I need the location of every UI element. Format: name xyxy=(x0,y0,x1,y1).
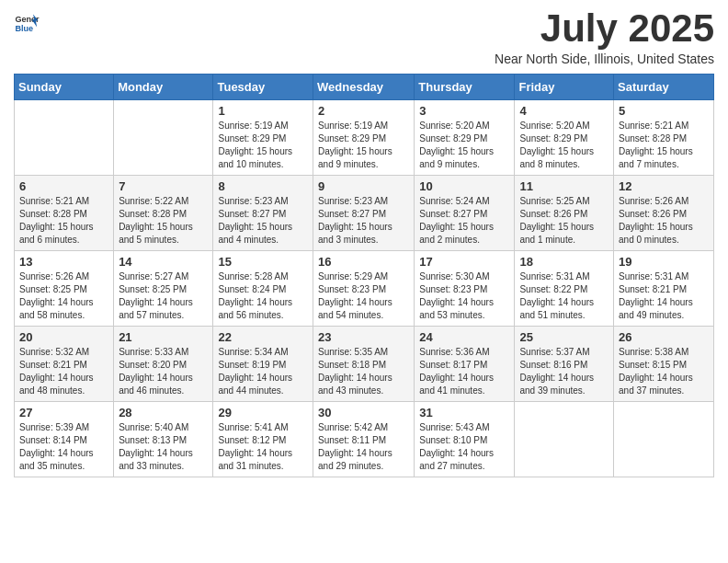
weekday-header-monday: Monday xyxy=(114,75,213,100)
day-info: Sunrise: 5:21 AM Sunset: 8:28 PM Dayligh… xyxy=(19,195,108,247)
weekday-header-wednesday: Wednesday xyxy=(313,75,415,100)
calendar-cell: 23Sunrise: 5:35 AM Sunset: 8:18 PM Dayli… xyxy=(313,327,415,402)
day-number: 1 xyxy=(218,104,308,118)
day-number: 27 xyxy=(19,406,108,419)
calendar-cell: 7Sunrise: 5:22 AM Sunset: 8:28 PM Daylig… xyxy=(114,176,213,251)
day-number: 26 xyxy=(619,330,709,344)
calendar-cell: 9Sunrise: 5:23 AM Sunset: 8:27 PM Daylig… xyxy=(313,176,415,251)
day-number: 24 xyxy=(419,330,509,344)
calendar-cell: 19Sunrise: 5:31 AM Sunset: 8:21 PM Dayli… xyxy=(614,251,714,327)
location-title: Near North Side, Illinois, United States xyxy=(495,52,714,66)
calendar-cell: 17Sunrise: 5:30 AM Sunset: 8:23 PM Dayli… xyxy=(415,251,515,327)
calendar-week-row: 20Sunrise: 5:32 AM Sunset: 8:21 PM Dayli… xyxy=(15,327,714,402)
calendar-cell: 2Sunrise: 5:19 AM Sunset: 8:29 PM Daylig… xyxy=(313,100,415,176)
calendar-cell: 30Sunrise: 5:42 AM Sunset: 8:11 PM Dayli… xyxy=(313,402,415,477)
day-info: Sunrise: 5:26 AM Sunset: 8:26 PM Dayligh… xyxy=(619,195,709,247)
day-info: Sunrise: 5:43 AM Sunset: 8:10 PM Dayligh… xyxy=(419,421,509,473)
calendar-week-row: 6Sunrise: 5:21 AM Sunset: 8:28 PM Daylig… xyxy=(15,176,714,251)
day-info: Sunrise: 5:25 AM Sunset: 8:26 PM Dayligh… xyxy=(519,195,609,247)
day-info: Sunrise: 5:41 AM Sunset: 8:12 PM Dayligh… xyxy=(218,421,308,473)
weekday-header-friday: Friday xyxy=(515,75,614,100)
day-info: Sunrise: 5:20 AM Sunset: 8:29 PM Dayligh… xyxy=(519,120,609,171)
day-info: Sunrise: 5:23 AM Sunset: 8:27 PM Dayligh… xyxy=(218,195,308,247)
day-info: Sunrise: 5:34 AM Sunset: 8:19 PM Dayligh… xyxy=(218,346,308,397)
day-info: Sunrise: 5:19 AM Sunset: 8:29 PM Dayligh… xyxy=(218,120,308,171)
day-number: 19 xyxy=(619,255,709,269)
day-info: Sunrise: 5:36 AM Sunset: 8:17 PM Dayligh… xyxy=(419,346,509,397)
calendar-cell: 22Sunrise: 5:34 AM Sunset: 8:19 PM Dayli… xyxy=(213,327,313,402)
day-info: Sunrise: 5:39 AM Sunset: 8:14 PM Dayligh… xyxy=(19,421,108,473)
calendar-cell: 14Sunrise: 5:27 AM Sunset: 8:25 PM Dayli… xyxy=(114,251,213,327)
day-info: Sunrise: 5:24 AM Sunset: 8:27 PM Dayligh… xyxy=(419,195,509,247)
day-info: Sunrise: 5:32 AM Sunset: 8:21 PM Dayligh… xyxy=(19,346,108,397)
day-info: Sunrise: 5:33 AM Sunset: 8:20 PM Dayligh… xyxy=(119,346,208,397)
day-number: 6 xyxy=(19,179,108,193)
calendar-cell: 10Sunrise: 5:24 AM Sunset: 8:27 PM Dayli… xyxy=(415,176,515,251)
calendar-cell: 13Sunrise: 5:26 AM Sunset: 8:25 PM Dayli… xyxy=(15,251,114,327)
day-info: Sunrise: 5:31 AM Sunset: 8:22 PM Dayligh… xyxy=(519,270,609,322)
day-info: Sunrise: 5:19 AM Sunset: 8:29 PM Dayligh… xyxy=(318,120,409,171)
day-number: 7 xyxy=(119,179,208,193)
day-number: 18 xyxy=(519,255,609,269)
calendar-cell: 5Sunrise: 5:21 AM Sunset: 8:28 PM Daylig… xyxy=(614,100,714,176)
calendar-cell xyxy=(15,100,114,176)
day-info: Sunrise: 5:35 AM Sunset: 8:18 PM Dayligh… xyxy=(318,346,409,397)
day-info: Sunrise: 5:38 AM Sunset: 8:15 PM Dayligh… xyxy=(619,346,709,397)
calendar-cell xyxy=(114,100,213,176)
calendar-cell: 25Sunrise: 5:37 AM Sunset: 8:16 PM Dayli… xyxy=(515,327,614,402)
day-number: 13 xyxy=(19,255,108,269)
day-number: 31 xyxy=(419,406,509,419)
day-number: 3 xyxy=(419,104,509,118)
calendar-cell xyxy=(515,402,614,477)
day-number: 25 xyxy=(519,330,609,344)
weekday-header-thursday: Thursday xyxy=(415,75,515,100)
calendar-cell: 15Sunrise: 5:28 AM Sunset: 8:24 PM Dayli… xyxy=(213,251,313,327)
day-info: Sunrise: 5:27 AM Sunset: 8:25 PM Dayligh… xyxy=(119,270,208,322)
day-number: 15 xyxy=(218,255,308,269)
day-info: Sunrise: 5:29 AM Sunset: 8:23 PM Dayligh… xyxy=(318,270,409,322)
calendar-cell: 26Sunrise: 5:38 AM Sunset: 8:15 PM Dayli… xyxy=(614,327,714,402)
day-info: Sunrise: 5:20 AM Sunset: 8:29 PM Dayligh… xyxy=(419,120,509,171)
calendar-week-row: 13Sunrise: 5:26 AM Sunset: 8:25 PM Dayli… xyxy=(15,251,714,327)
calendar-cell: 18Sunrise: 5:31 AM Sunset: 8:22 PM Dayli… xyxy=(515,251,614,327)
calendar-cell: 11Sunrise: 5:25 AM Sunset: 8:26 PM Dayli… xyxy=(515,176,614,251)
calendar-cell: 6Sunrise: 5:21 AM Sunset: 8:28 PM Daylig… xyxy=(15,176,114,251)
calendar-cell: 4Sunrise: 5:20 AM Sunset: 8:29 PM Daylig… xyxy=(515,100,614,176)
calendar-week-row: 1Sunrise: 5:19 AM Sunset: 8:29 PM Daylig… xyxy=(15,100,714,176)
month-title: July 2025 xyxy=(495,9,714,48)
weekday-header-row: SundayMondayTuesdayWednesdayThursdayFrid… xyxy=(15,75,714,100)
day-number: 4 xyxy=(519,104,609,118)
day-number: 10 xyxy=(419,179,509,193)
calendar-week-row: 27Sunrise: 5:39 AM Sunset: 8:14 PM Dayli… xyxy=(15,402,714,477)
logo-icon: General Blue xyxy=(14,9,40,35)
calendar-cell: 16Sunrise: 5:29 AM Sunset: 8:23 PM Dayli… xyxy=(313,251,415,327)
day-number: 17 xyxy=(419,255,509,269)
day-info: Sunrise: 5:42 AM Sunset: 8:11 PM Dayligh… xyxy=(318,421,409,473)
day-info: Sunrise: 5:22 AM Sunset: 8:28 PM Dayligh… xyxy=(119,195,208,247)
svg-text:Blue: Blue xyxy=(15,24,33,33)
page-header: General Blue July 2025 Near North Side, … xyxy=(14,9,714,66)
calendar-cell: 31Sunrise: 5:43 AM Sunset: 8:10 PM Dayli… xyxy=(415,402,515,477)
day-number: 21 xyxy=(119,330,208,344)
day-number: 8 xyxy=(218,179,308,193)
day-number: 22 xyxy=(218,330,308,344)
day-info: Sunrise: 5:21 AM Sunset: 8:28 PM Dayligh… xyxy=(619,120,709,171)
day-info: Sunrise: 5:23 AM Sunset: 8:27 PM Dayligh… xyxy=(318,195,409,247)
day-number: 20 xyxy=(19,330,108,344)
day-info: Sunrise: 5:26 AM Sunset: 8:25 PM Dayligh… xyxy=(19,270,108,322)
day-info: Sunrise: 5:37 AM Sunset: 8:16 PM Dayligh… xyxy=(519,346,609,397)
day-info: Sunrise: 5:30 AM Sunset: 8:23 PM Dayligh… xyxy=(419,270,509,322)
day-number: 5 xyxy=(619,104,709,118)
day-info: Sunrise: 5:40 AM Sunset: 8:13 PM Dayligh… xyxy=(119,421,208,473)
calendar-cell xyxy=(614,402,714,477)
day-number: 23 xyxy=(318,330,409,344)
day-info: Sunrise: 5:31 AM Sunset: 8:21 PM Dayligh… xyxy=(619,270,709,322)
day-number: 11 xyxy=(519,179,609,193)
day-number: 14 xyxy=(119,255,208,269)
calendar-cell: 1Sunrise: 5:19 AM Sunset: 8:29 PM Daylig… xyxy=(213,100,313,176)
calendar-cell: 24Sunrise: 5:36 AM Sunset: 8:17 PM Dayli… xyxy=(415,327,515,402)
day-info: Sunrise: 5:28 AM Sunset: 8:24 PM Dayligh… xyxy=(218,270,308,322)
day-number: 28 xyxy=(119,406,208,419)
calendar-cell: 12Sunrise: 5:26 AM Sunset: 8:26 PM Dayli… xyxy=(614,176,714,251)
calendar-cell: 29Sunrise: 5:41 AM Sunset: 8:12 PM Dayli… xyxy=(213,402,313,477)
